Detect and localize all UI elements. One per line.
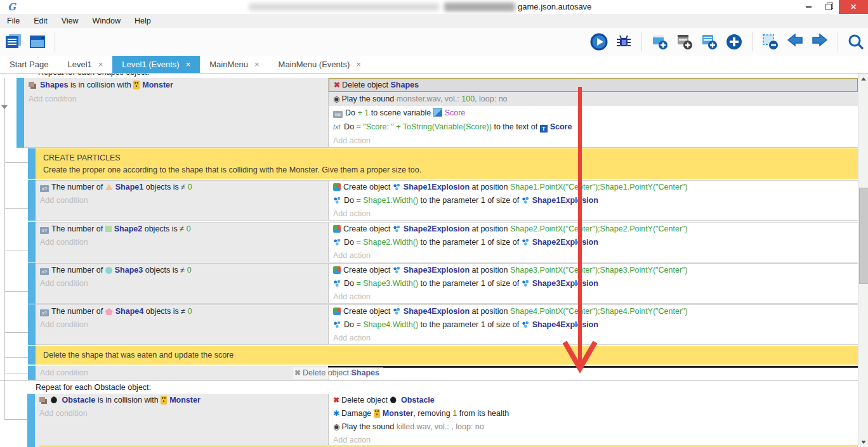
event2-bar[interactable] — [27, 394, 35, 447]
undo-icon[interactable] — [786, 32, 805, 51]
event2-action-damage-monster[interactable]: ✱Damage Monster, removing 1 from its hea… — [329, 407, 858, 420]
add-sub-event-icon[interactable] — [675, 32, 694, 51]
shape3-action-create[interactable]: Create object Shape3Explosion at positio… — [329, 264, 858, 277]
tab-start-page[interactable]: Start Page — [0, 56, 58, 73]
close-button[interactable]: ✕ — [839, 0, 868, 14]
comment-bar — [28, 346, 36, 365]
event1: Shapes is in collision with Monster Add … — [24, 78, 858, 148]
menu-file[interactable]: File — [0, 14, 27, 28]
add-condition-link[interactable]: Add condition — [36, 236, 328, 249]
tab-close-icon[interactable]: × — [98, 60, 103, 69]
tree-connector — [5, 373, 28, 373]
event1-action-delete-shapes[interactable]: ✖Delete object Shapes — [329, 78, 858, 92]
scroll-down-icon[interactable] — [861, 441, 866, 444]
event1-action-scene-variable[interactable]: varDo + 1 to scene variable Score — [329, 106, 858, 120]
add-action-link[interactable]: Add action — [329, 290, 858, 304]
delete-selection-icon[interactable] — [761, 32, 780, 51]
collapse-arrow-icon[interactable] — [1, 105, 8, 109]
event1-condition-row[interactable]: Shapes is in collision with Monster — [24, 78, 328, 92]
add-action-link[interactable]: Add action — [329, 366, 858, 380]
scroll-up-icon[interactable] — [861, 77, 866, 81]
scrollbar-thumb[interactable] — [859, 188, 868, 284]
preview-play-icon[interactable] — [589, 32, 608, 51]
damage-icon: ✱ — [333, 407, 339, 420]
tab-mainmenu[interactable]: MainMenu× — [200, 56, 268, 73]
vertical-scrollbar[interactable] — [858, 74, 868, 447]
add-condition-link[interactable]: Add condition — [24, 92, 328, 106]
bomb-icon — [51, 396, 57, 403]
menu-help[interactable]: Help — [128, 14, 158, 28]
menu-window[interactable]: Window — [86, 14, 128, 28]
add-condition-link[interactable]: Add condition — [36, 318, 328, 332]
shape4-action-size[interactable]: Do = Shape4.Width() to the parameter 1 o… — [329, 318, 858, 332]
add-condition-link[interactable]: Add condition — [36, 366, 328, 380]
debugger-bug-icon[interactable] — [614, 32, 633, 51]
shape1-action-create[interactable]: Create object Shape1Explosion at positio… — [329, 181, 858, 194]
tree-connector — [5, 162, 28, 163]
event2-condition-row[interactable]: Obstacle is in collision with Monster — [35, 394, 328, 407]
add-action-link[interactable]: Add action — [329, 134, 858, 148]
shape1-condition-row[interactable]: x?The number of Shape1 objects is ≠ 0 — [36, 181, 328, 194]
add-condition-link[interactable]: Add condition — [36, 277, 328, 290]
event2: Obstacle is in collision with Monster Ad… — [35, 394, 858, 447]
tab-close-icon[interactable]: × — [356, 60, 361, 69]
search-icon[interactable] — [846, 32, 865, 51]
restore-button[interactable] — [819, 0, 839, 14]
shape1-event: x?The number of Shape1 objects is ≠ 0 Ad… — [28, 180, 858, 221]
drop-event-bar[interactable] — [28, 366, 36, 380]
variable-icon: var — [333, 111, 343, 118]
shape4-action-create[interactable]: Create object Shape4Explosion at positio… — [329, 305, 858, 318]
tab-level1[interactable]: Level1× — [58, 56, 112, 73]
shape2-action-size[interactable]: Do = Shape2.Width() to the parameter 1 o… — [329, 236, 858, 249]
shape2-action-create[interactable]: Create object Shape2Explosion at positio… — [329, 223, 858, 236]
events-sheet: Repeat for each Shapes object: Shapes is… — [0, 73, 868, 447]
shape1-action-size[interactable]: Do = Shape1.Width() to the parameter 1 o… — [329, 194, 858, 207]
particles-icon — [393, 225, 401, 233]
event2-header[interactable]: Repeat for each Obstacle object: — [36, 382, 151, 392]
add-condition-link[interactable]: Add condition — [36, 194, 328, 207]
menu-edit[interactable]: Edit — [27, 14, 55, 28]
tab-close-icon[interactable]: × — [186, 60, 191, 69]
object-count-icon: x? — [40, 268, 49, 275]
add-event-icon[interactable] — [650, 32, 669, 51]
monster-icon — [161, 396, 167, 405]
add-action-link[interactable]: Add action — [329, 207, 858, 221]
project-manager-icon[interactable] — [4, 32, 23, 51]
shape3-condition-row[interactable]: x?The number of Shape3 objects is ≠ 0 — [36, 264, 328, 277]
tab-level1-events[interactable]: Level1 (Events)× — [112, 56, 200, 73]
shape4-event: x?The number of Shape4 objects is ≠ 0 Ad… — [28, 304, 858, 345]
shape1-event-bar[interactable] — [28, 180, 36, 221]
minimize-button[interactable] — [798, 0, 819, 14]
add-action-link[interactable]: Add action — [329, 332, 858, 345]
event2-action-delete-obstacle[interactable]: ✖Delete object Obstacle — [329, 394, 858, 407]
scene-editor-icon[interactable] — [28, 32, 47, 51]
particles-icon — [393, 308, 401, 315]
event1-bar[interactable] — [16, 78, 24, 148]
add-condition-link[interactable]: Add condition — [35, 407, 328, 420]
comment-create-particles[interactable]: CREATE PARTICLES Create the proper one a… — [28, 148, 858, 179]
tab-bar: Start Page Level1× Level1 (Events)× Main… — [0, 56, 868, 73]
tab-mainmenu-events[interactable]: MainMenu (Events)× — [269, 56, 371, 73]
tab-close-icon[interactable]: × — [254, 60, 260, 69]
shape2-condition-row[interactable]: x?The number of Shape2 objects is ≠ 0 — [36, 223, 328, 236]
tree-connector — [5, 208, 28, 209]
shape4-event-bar[interactable] — [28, 304, 36, 345]
add-action-link[interactable]: Add action — [329, 249, 858, 262]
event2-action-play-sound[interactable]: ◉Play the sound killed.wav, vol.: , loop… — [329, 420, 858, 434]
add-comment-icon[interactable] — [700, 32, 719, 51]
event1-action-play-sound[interactable]: ◉Play the sound monster.wav, vol.: 100, … — [329, 92, 858, 106]
shape3-event-bar[interactable] — [28, 263, 36, 304]
shape2-event-bar[interactable] — [28, 222, 36, 262]
add-other-event-icon[interactable] — [725, 32, 744, 51]
shape2-event: x?The number of Shape2 objects is ≠ 0 Ad… — [28, 222, 858, 262]
drop-insertion-indicator — [328, 366, 858, 368]
shape4-condition-row[interactable]: x?The number of Shape4 objects is ≠ 0 — [36, 305, 328, 318]
event1-header[interactable]: Repeat for each Shapes object: — [38, 73, 149, 78]
event1-action-set-text[interactable]: txt Do = "Score: " + ToString(Variable(S… — [329, 120, 858, 134]
redo-icon[interactable] — [810, 32, 829, 51]
delete-icon: ✖ — [333, 394, 339, 407]
menu-view[interactable]: View — [55, 14, 86, 28]
monster-icon — [374, 409, 380, 418]
comment-delete-shape[interactable]: Delete the shape that was eaten and upda… — [28, 346, 858, 365]
shape3-action-size[interactable]: Do = Shape3.Width() to the parameter 1 o… — [329, 277, 858, 290]
